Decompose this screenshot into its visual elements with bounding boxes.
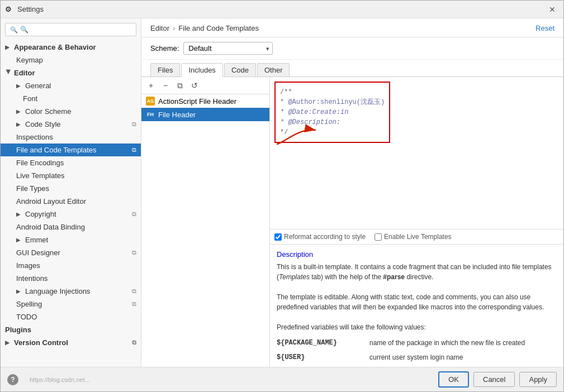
copy-icon: ⧉ (132, 121, 136, 128)
sidebar-item-todo[interactable]: TODO (1, 310, 141, 323)
sidebar-item-keymap[interactable]: Keymap (1, 54, 141, 66)
sidebar-item-inspections[interactable]: Inspections (1, 131, 141, 144)
sidebar-item-gui-designer[interactable]: GUI Designer ⧉ (1, 246, 141, 259)
window-title: Settings (17, 5, 546, 13)
sidebar-item-label: Spelling (16, 300, 42, 308)
var-desc-user: current user system login name (369, 352, 463, 362)
sidebar-item-editor[interactable]: ▶ Editor (1, 66, 141, 79)
editor-area: + − ⧉ ↺ AS (141, 77, 563, 367)
ok-button[interactable]: OK (438, 371, 469, 388)
var-desc-package: name of the package in which the new fil… (369, 338, 525, 348)
apply-button[interactable]: Apply (519, 372, 557, 387)
sidebar-item-label: TODO (16, 313, 37, 321)
file-item-label: File Header (158, 111, 196, 119)
tab-label: Includes (188, 66, 215, 74)
description-panel: Description This is a built-in template.… (270, 244, 563, 367)
title-bar: ⚙ Settings ✕ (1, 1, 563, 18)
copy-icon: ⧉ (177, 81, 183, 90)
sidebar-item-live-templates[interactable]: Live Templates (1, 169, 141, 182)
reset-button[interactable]: Reset (535, 24, 554, 32)
expand-arrow: ▶ (6, 70, 12, 77)
tab-includes[interactable]: Includes (181, 63, 222, 77)
editor-options: Reformat according to style Enable Live … (270, 229, 563, 244)
file-list-toolbar: + − ⧉ ↺ (141, 77, 269, 94)
sidebar-item-file-and-code-templates[interactable]: File and Code Templates ⧉ (1, 144, 141, 156)
tab-label: Files (158, 66, 173, 74)
sidebar-item-emmet[interactable]: ▶ Emmet (1, 233, 141, 246)
sidebar-item-file-encodings[interactable]: File Encodings (1, 156, 141, 169)
scheme-row: Scheme: Default Project (141, 37, 563, 60)
sidebar-item-images[interactable]: Images (1, 259, 141, 272)
sidebar-item-spelling[interactable]: Spelling ⧉ (1, 298, 141, 310)
expand-arrow: ▶ (16, 211, 23, 217)
file-item-label: ActionScript File Header (158, 97, 236, 106)
expand-arrow: ▶ (16, 288, 23, 294)
tabs-row: Files Includes Code Other (141, 60, 563, 77)
desc-text1: This is a built-in template. It contains… (277, 263, 552, 281)
sidebar-item-label: Plugins (5, 326, 31, 334)
sidebar-item-appearance[interactable]: ▶ Appearance & Behavior (1, 41, 141, 54)
sidebar-item-font[interactable]: Font (1, 92, 141, 105)
remove-icon: − (163, 81, 168, 90)
add-icon: + (149, 81, 153, 90)
desc-text3: Predefined variables will take the follo… (277, 323, 426, 331)
live-templates-checkbox[interactable] (375, 233, 382, 241)
search-icon: 🔍 (10, 26, 18, 34)
bottom-bar: ? https://blog.csdn.net... OK Cancel App… (1, 367, 563, 391)
code-area[interactable]: /** * @Author:shenlinyu(沈磊玉) * @Date:Cre… (270, 77, 563, 229)
live-templates-checkbox-label[interactable]: Enable Live Templates (375, 233, 452, 241)
sidebar-item-intentions[interactable]: Intentions (1, 272, 141, 285)
help-button[interactable]: ? (7, 374, 18, 385)
cancel-button[interactable]: Cancel (473, 372, 515, 387)
description-text: This is a built-in template. It contains… (277, 262, 557, 362)
copy-icon: ⧉ (132, 339, 136, 346)
sidebar-item-version-control[interactable]: ▶ Version Control ⧉ (1, 336, 141, 349)
sidebar-item-label: Live Templates (16, 171, 64, 180)
sidebar-item-code-style[interactable]: ▶ Code Style ⧉ (1, 118, 141, 131)
sidebar-item-label: Font (23, 94, 37, 103)
search-input[interactable] (20, 26, 131, 34)
desc-text2: The template is editable. Along with sta… (277, 293, 544, 311)
sidebar-item-copyright[interactable]: ▶ Copyright ⧉ (1, 208, 141, 221)
expand-arrow: ▶ (16, 121, 23, 127)
reset-template-button[interactable]: ↺ (188, 79, 201, 92)
sidebar-item-label: File and Code Templates (16, 146, 97, 154)
expand-arrow: ▶ (16, 237, 23, 243)
copy-template-button[interactable]: ⧉ (174, 79, 186, 92)
code-line-5: */ (280, 127, 385, 137)
reformat-checkbox-label[interactable]: Reformat according to style (274, 233, 366, 241)
remove-button[interactable]: − (159, 79, 172, 92)
main-panel: Editor › File and Code Templates Reset S… (141, 18, 563, 367)
sidebar-item-android-data-binding[interactable]: Android Data Binding (1, 221, 141, 233)
search-box[interactable]: 🔍 (5, 23, 136, 36)
sidebar-item-label: Appearance & Behavior (14, 43, 96, 51)
expand-arrow: ▶ (5, 340, 12, 346)
tab-label: Other (264, 66, 283, 74)
close-button[interactable]: ✕ (546, 3, 559, 16)
sidebar-item-android-layout-editor[interactable]: Android Layout Editor (1, 195, 141, 208)
tab-code[interactable]: Code (224, 63, 256, 77)
breadcrumb-current: File and Code Templates (178, 24, 259, 32)
file-item-actionscript[interactable]: AS ActionScript File Header (141, 94, 269, 108)
tab-files[interactable]: Files (150, 63, 180, 77)
tab-other[interactable]: Other (257, 63, 290, 77)
sidebar-item-language-injections[interactable]: ▶ Language Injections ⧉ (1, 285, 141, 298)
scheme-select[interactable]: Default Project (183, 42, 273, 55)
copy-icon: ⧉ (132, 300, 136, 308)
reformat-checkbox[interactable] (274, 233, 282, 241)
sidebar-item-plugins[interactable]: Plugins (1, 323, 141, 336)
add-button[interactable]: + (145, 79, 157, 92)
copy-icon: ⧉ (132, 249, 136, 256)
reformat-label: Reformat according to style (284, 233, 366, 241)
file-list-panel: + − ⧉ ↺ AS (141, 77, 270, 367)
var-name-package: ${PACKAGE_NAME} (277, 338, 361, 348)
sidebar-item-color-scheme[interactable]: ▶ Color Scheme (1, 105, 141, 118)
sidebar-item-general[interactable]: ▶ General (1, 79, 141, 92)
sidebar-item-label: Language Injections (25, 287, 90, 295)
file-item-file-header[interactable]: FH File Header (141, 108, 269, 121)
sidebar-item-file-types[interactable]: File Types (1, 182, 141, 195)
file-header-icon: FH (146, 110, 155, 119)
sidebar-item-label: Version Control (14, 338, 68, 347)
sidebar-item-label: Images (16, 261, 40, 270)
sidebar-item-label: Editor (14, 69, 35, 77)
